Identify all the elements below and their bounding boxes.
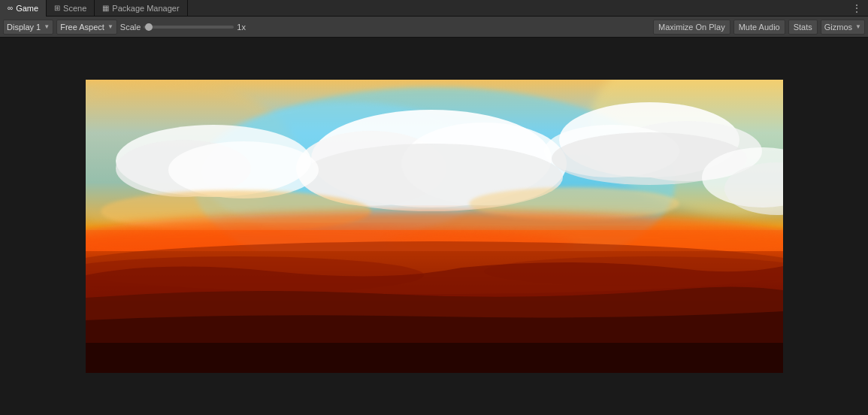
- mute-audio-button[interactable]: Mute Audio: [733, 20, 785, 35]
- tab-game[interactable]: ∞ Game: [0, 0, 47, 17]
- tab-scene-label: Scene: [63, 4, 86, 13]
- tab-package-manager[interactable]: ▦ Package Manager: [95, 0, 187, 17]
- game-icon: ∞: [8, 4, 13, 12]
- gizmos-dropdown-arrow: ▼: [855, 23, 861, 30]
- svg-point-15: [168, 141, 319, 198]
- tab-more-button[interactable]: ⋮: [845, 2, 868, 14]
- game-view: [0, 38, 868, 415]
- display-label: Display 1: [7, 23, 41, 32]
- tab-game-label: Game: [16, 4, 38, 13]
- scale-value: 1x: [237, 23, 247, 32]
- toolbar: Display 1 ▼ Free Aspect ▼ Scale 1x Maxim…: [0, 17, 868, 38]
- sky-scene: [86, 80, 783, 373]
- gizmos-button[interactable]: Gizmos ▼: [821, 20, 865, 35]
- aspect-dropdown[interactable]: Free Aspect ▼: [56, 20, 117, 35]
- package-icon: ▦: [102, 4, 109, 12]
- maximize-on-play-button[interactable]: Maximize On Play: [653, 20, 730, 35]
- aspect-label: Free Aspect: [60, 23, 104, 32]
- stats-button[interactable]: Stats: [788, 20, 818, 35]
- gizmos-label: Gizmos: [824, 23, 852, 32]
- aspect-dropdown-arrow: ▼: [107, 23, 113, 30]
- display-dropdown[interactable]: Display 1 ▼: [3, 20, 53, 35]
- svg-rect-28: [86, 343, 783, 373]
- tab-scene[interactable]: ⊞ Scene: [47, 0, 95, 17]
- tab-package-manager-label: Package Manager: [112, 4, 179, 13]
- scale-label: Scale: [120, 23, 141, 32]
- tab-bar: ∞ Game ⊞ Scene ▦ Package Manager ⋮: [0, 0, 868, 17]
- display-dropdown-arrow: ▼: [44, 23, 50, 30]
- game-canvas: [86, 80, 783, 373]
- scale-group: Scale 1x: [120, 23, 248, 32]
- scale-slider[interactable]: [144, 26, 234, 29]
- scene-icon: ⊞: [54, 4, 60, 12]
- scale-slider-thumb: [145, 23, 153, 31]
